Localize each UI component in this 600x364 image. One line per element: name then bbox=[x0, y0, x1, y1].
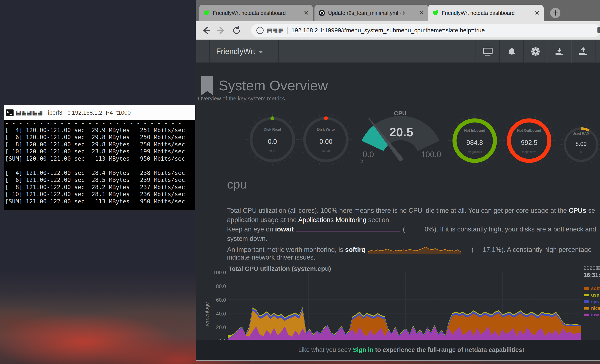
cmd-icon bbox=[6, 109, 14, 116]
url-text[interactable]: 192.168.2.1:19999/#menu_system_submenu_c… bbox=[291, 27, 485, 34]
section-title-cpu: cpu bbox=[227, 177, 247, 191]
legend-iowait[interactable]: iow bbox=[584, 312, 599, 318]
net-out-label: Net Outbound bbox=[517, 129, 541, 133]
legend-nice[interactable]: nice bbox=[584, 306, 600, 311]
legend-swatch-nice bbox=[584, 307, 589, 309]
legend-swatch-user bbox=[584, 294, 589, 296]
gear-icon bbox=[530, 46, 541, 57]
bookmark-icon bbox=[201, 76, 213, 95]
cpu-gauge-value: 20.5 bbox=[389, 125, 413, 139]
netdata-favicon bbox=[203, 10, 210, 16]
tab-netdata-1[interactable]: FriendlyWrt netdata dashboard ✕ bbox=[199, 5, 313, 21]
tab-title: Update r2s_lean_minimal.yml · k bbox=[328, 10, 405, 16]
ytick-20.0: 20.0 bbox=[198, 324, 226, 330]
legend-label-user: use bbox=[591, 292, 599, 298]
softirq-sparkline[interactable] bbox=[368, 244, 470, 254]
cpu-paragraph-line5: An important metric worth monitoring, is… bbox=[227, 244, 591, 254]
security-label: ▦▦▦ bbox=[267, 27, 284, 34]
desktop: ▦▦▦▦▦ - iperf3 -c 192.168.1.2 -P4 -t1000… bbox=[0, 0, 600, 364]
chart-title: Total CPU utilization (system.cpu) bbox=[228, 265, 331, 272]
disk-read-value: 0.0 bbox=[268, 138, 277, 146]
tab-title: FriendlyWrt netdata dashboard bbox=[213, 10, 286, 16]
chart-time: 16:31:2 bbox=[584, 272, 600, 279]
bookmark-star-icon[interactable] bbox=[598, 27, 600, 33]
reload-icon[interactable] bbox=[232, 25, 242, 36]
tab-close-icon[interactable]: ✕ bbox=[419, 10, 424, 16]
chart-date: 2020▦3 bbox=[584, 265, 600, 271]
cpu-paragraph-line4: system down. bbox=[227, 235, 267, 243]
legend-user[interactable]: use bbox=[584, 292, 599, 298]
ytick-80.0: 80.0 bbox=[198, 283, 226, 289]
terminal-title: ▦▦▦▦▦ - iperf3 -c 192.168.1.2 -P4 -t1000 bbox=[16, 109, 131, 116]
net-out-value: 992.5 bbox=[521, 139, 537, 147]
sign-in-link[interactable]: Sign in bbox=[353, 346, 373, 353]
nav-settings-button[interactable] bbox=[524, 40, 547, 63]
omnibox-divider bbox=[287, 27, 288, 34]
cpu-paragraph-line3: Keep an eye on iowait (0%). If it is con… bbox=[227, 225, 596, 233]
cpu-gauge-min: 0.0 bbox=[363, 150, 374, 159]
tab-close-icon[interactable]: ✕ bbox=[304, 10, 309, 16]
netdata-navbar: FriendlyWrt bbox=[196, 40, 600, 63]
bell-icon bbox=[506, 46, 517, 57]
address-bar[interactable]: ▦▦▦ 192.168.2.1:19999/#menu_system_subme… bbox=[251, 24, 600, 37]
terminal-output: - - - - - - - - - - - - - - - - - - - - … bbox=[5, 120, 185, 205]
disk-write-value: 0.00 bbox=[319, 138, 332, 146]
used-ram-unit: % bbox=[580, 151, 582, 154]
net-in-label: Net Inbound bbox=[464, 129, 485, 133]
netdata-favicon bbox=[432, 10, 439, 16]
tab-close-icon[interactable]: ✕ bbox=[534, 10, 540, 16]
applications-monitoring-link[interactable]: Applications Monitoring bbox=[298, 216, 366, 224]
nav-export-button[interactable] bbox=[571, 40, 595, 63]
cpu-gauge-max: 100.0 bbox=[421, 150, 441, 159]
cpu-paragraph-line2: application usage at the Applications Mo… bbox=[227, 216, 391, 224]
net-in-unit: megabits/s bbox=[468, 150, 482, 154]
brand-label: FriendlyWrt bbox=[216, 47, 255, 56]
caret-down-icon bbox=[259, 51, 263, 53]
disk-write-label: Disk Write bbox=[317, 127, 335, 132]
tab-github[interactable]: Update r2s_lean_minimal.yml · k ✕ bbox=[314, 5, 428, 21]
legend-label-iowait: iow bbox=[591, 312, 599, 318]
tab-netdata-2-active[interactable]: FriendlyWrt netdata dashboard ✕ bbox=[428, 5, 544, 21]
terminal-window[interactable]: ▦▦▦▦▦ - iperf3 -c 192.168.1.2 -P4 -t1000… bbox=[4, 105, 195, 210]
terminal-body[interactable]: - - - - - - - - - - - - - - - - - - - - … bbox=[4, 120, 195, 210]
legend-softirq[interactable]: soft bbox=[584, 286, 600, 291]
signin-footer: Like what you see? Sign in to experience… bbox=[196, 340, 600, 360]
browser-window: FriendlyWrt netdata dashboard ✕ Update r… bbox=[196, 0, 600, 361]
net-in-value: 984.8 bbox=[466, 139, 483, 147]
footer-text: Like what you see? Sign in to experience… bbox=[298, 346, 524, 353]
nav-import-button[interactable] bbox=[547, 40, 571, 63]
nav-monitor-button[interactable] bbox=[476, 40, 500, 63]
page-title: System Overview bbox=[219, 77, 328, 93]
legend-label-softirq: soft bbox=[591, 286, 600, 291]
cpu-gauge-unit: % bbox=[359, 158, 364, 165]
tab-divider bbox=[314, 9, 314, 18]
nav-alarms-button[interactable] bbox=[500, 40, 524, 63]
iowait-sparkline[interactable] bbox=[296, 227, 400, 232]
nav-divider bbox=[595, 40, 596, 63]
cpu-gauge-label: CPU bbox=[394, 110, 406, 117]
tab-strip: FriendlyWrt netdata dashboard ✕ Update r… bbox=[196, 0, 600, 21]
new-tab-button[interactable] bbox=[550, 8, 560, 18]
disk-read-label: Disk Read bbox=[264, 127, 281, 132]
terminal-titlebar[interactable]: ▦▦▦▦▦ - iperf3 -c 192.168.1.2 -P4 -t1000 bbox=[4, 105, 195, 120]
legend-swatch-softirq bbox=[584, 287, 589, 290]
back-icon[interactable] bbox=[201, 25, 211, 36]
net-out-unit: megabits/s bbox=[522, 150, 536, 154]
legend-label-nice: nice bbox=[591, 306, 600, 311]
ytick-60.0: 60.0 bbox=[198, 297, 226, 303]
browser-window-bottom-edge bbox=[196, 360, 600, 361]
nav-divider bbox=[209, 40, 210, 63]
browser-toolbar: ▦▦▦ 192.168.2.1:19999/#menu_system_subme… bbox=[196, 21, 600, 40]
tab-title: FriendlyWrt netdata dashboard bbox=[442, 10, 515, 16]
download-icon bbox=[554, 46, 565, 57]
nav-divider bbox=[278, 40, 279, 63]
forward-icon[interactable] bbox=[216, 25, 226, 36]
brand-dropdown[interactable]: FriendlyWrt bbox=[216, 40, 263, 63]
disk-write-unit: MiB/s bbox=[322, 149, 330, 152]
legend-system[interactable]: sys bbox=[584, 299, 599, 304]
legend-swatch-iowait bbox=[584, 314, 589, 316]
legend-label-system: sys bbox=[591, 299, 599, 304]
cpu-utilization-chart[interactable] bbox=[228, 272, 581, 341]
info-icon[interactable] bbox=[256, 26, 264, 35]
ytick-40.0: 40.0 bbox=[198, 311, 226, 317]
